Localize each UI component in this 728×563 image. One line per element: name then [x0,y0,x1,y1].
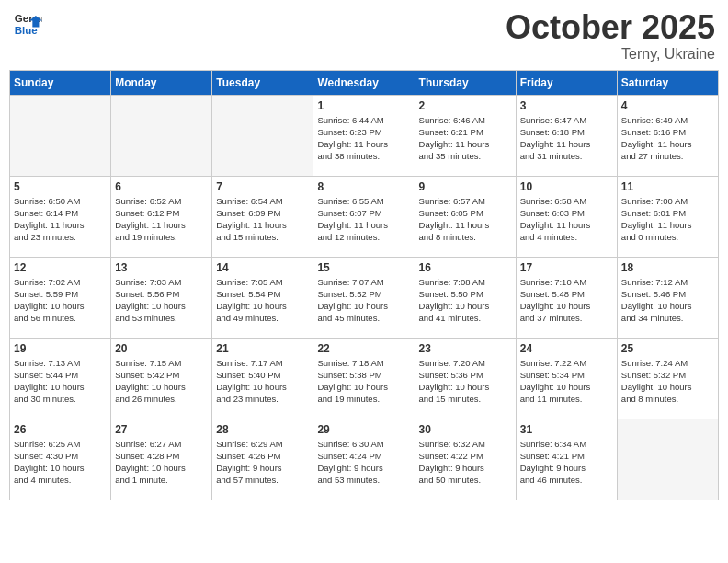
calendar-cell: 11Sunrise: 7:00 AMSunset: 6:01 PMDayligh… [617,176,718,257]
calendar-cell [212,95,313,176]
calendar-cell: 17Sunrise: 7:10 AMSunset: 5:48 PMDayligh… [516,257,617,338]
cell-info: Sunrise: 7:17 AMSunset: 5:40 PMDaylight:… [216,357,309,406]
weekday-header-friday: Friday [516,70,617,95]
day-number: 19 [14,342,107,355]
calendar-cell: 8Sunrise: 6:55 AMSunset: 6:07 PMDaylight… [313,176,415,257]
calendar-cell [111,95,212,176]
day-number: 18 [621,261,714,274]
cell-info: Sunrise: 6:46 AMSunset: 6:21 PMDaylight:… [419,114,512,163]
calendar-cell: 26Sunrise: 6:25 AMSunset: 4:30 PMDayligh… [10,419,111,500]
cell-info: Sunrise: 6:50 AMSunset: 6:14 PMDaylight:… [14,195,107,244]
calendar-cell: 27Sunrise: 6:27 AMSunset: 4:28 PMDayligh… [111,419,212,500]
cell-info: Sunrise: 6:30 AMSunset: 4:24 PMDaylight:… [317,438,410,487]
day-number: 2 [419,99,512,112]
cell-info: Sunrise: 7:22 AMSunset: 5:34 PMDaylight:… [520,357,613,406]
calendar-week-row: 12Sunrise: 7:02 AMSunset: 5:59 PMDayligh… [10,257,719,338]
calendar-cell: 7Sunrise: 6:54 AMSunset: 6:09 PMDaylight… [212,176,313,257]
month-title: October 2025 [506,9,715,46]
day-number: 25 [621,342,714,355]
calendar-cell: 20Sunrise: 7:15 AMSunset: 5:42 PMDayligh… [111,338,212,419]
cell-info: Sunrise: 6:52 AMSunset: 6:12 PMDaylight:… [115,195,208,244]
logo-icon: General Blue [13,9,42,39]
title-block: October 2025 Terny, Ukraine [506,9,715,63]
calendar-cell [617,419,718,500]
cell-info: Sunrise: 6:44 AMSunset: 6:23 PMDaylight:… [317,114,410,163]
logo: General Blue [13,9,42,39]
day-number: 9 [419,180,512,193]
cell-info: Sunrise: 6:29 AMSunset: 4:26 PMDaylight:… [216,438,309,487]
calendar-cell: 19Sunrise: 7:13 AMSunset: 5:44 PMDayligh… [10,338,111,419]
calendar-cell: 15Sunrise: 7:07 AMSunset: 5:52 PMDayligh… [313,257,415,338]
cell-info: Sunrise: 6:25 AMSunset: 4:30 PMDaylight:… [14,438,107,487]
day-number: 8 [317,180,410,193]
calendar-cell: 5Sunrise: 6:50 AMSunset: 6:14 PMDaylight… [10,176,111,257]
day-number: 5 [14,180,107,193]
calendar-week-row: 1Sunrise: 6:44 AMSunset: 6:23 PMDaylight… [10,95,719,176]
weekday-header-tuesday: Tuesday [212,70,313,95]
calendar-cell [10,95,111,176]
calendar-cell: 9Sunrise: 6:57 AMSunset: 6:05 PMDaylight… [415,176,516,257]
day-number: 4 [621,99,714,112]
calendar-cell: 4Sunrise: 6:49 AMSunset: 6:16 PMDaylight… [617,95,718,176]
calendar-cell: 1Sunrise: 6:44 AMSunset: 6:23 PMDaylight… [313,95,415,176]
calendar-cell: 22Sunrise: 7:18 AMSunset: 5:38 PMDayligh… [313,338,415,419]
cell-info: Sunrise: 6:32 AMSunset: 4:22 PMDaylight:… [419,438,512,487]
day-number: 27 [115,423,208,436]
day-number: 23 [419,342,512,355]
day-number: 17 [520,261,613,274]
day-number: 1 [317,99,410,112]
calendar-cell: 18Sunrise: 7:12 AMSunset: 5:46 PMDayligh… [617,257,718,338]
day-number: 30 [419,423,512,436]
calendar-week-row: 19Sunrise: 7:13 AMSunset: 5:44 PMDayligh… [10,338,719,419]
weekday-header-sunday: Sunday [10,70,111,95]
day-number: 15 [317,261,410,274]
cell-info: Sunrise: 7:07 AMSunset: 5:52 PMDaylight:… [317,276,410,325]
calendar-cell: 23Sunrise: 7:20 AMSunset: 5:36 PMDayligh… [415,338,516,419]
day-number: 29 [317,423,410,436]
day-number: 21 [216,342,309,355]
cell-info: Sunrise: 7:02 AMSunset: 5:59 PMDaylight:… [14,276,107,325]
calendar-cell: 28Sunrise: 6:29 AMSunset: 4:26 PMDayligh… [212,419,313,500]
calendar-week-row: 26Sunrise: 6:25 AMSunset: 4:30 PMDayligh… [10,419,719,500]
calendar-cell: 2Sunrise: 6:46 AMSunset: 6:21 PMDaylight… [415,95,516,176]
cell-info: Sunrise: 7:15 AMSunset: 5:42 PMDaylight:… [115,357,208,406]
day-number: 22 [317,342,410,355]
cell-info: Sunrise: 7:20 AMSunset: 5:36 PMDaylight:… [419,357,512,406]
cell-info: Sunrise: 6:27 AMSunset: 4:28 PMDaylight:… [115,438,208,487]
calendar-cell: 29Sunrise: 6:30 AMSunset: 4:24 PMDayligh… [313,419,415,500]
location-subtitle: Terny, Ukraine [506,46,715,63]
day-number: 11 [621,180,714,193]
day-number: 10 [520,180,613,193]
day-number: 28 [216,423,309,436]
calendar-cell: 12Sunrise: 7:02 AMSunset: 5:59 PMDayligh… [10,257,111,338]
calendar-table: SundayMondayTuesdayWednesdayThursdayFrid… [9,70,719,500]
calendar-cell: 31Sunrise: 6:34 AMSunset: 4:21 PMDayligh… [516,419,617,500]
day-number: 20 [115,342,208,355]
calendar-cell: 25Sunrise: 7:24 AMSunset: 5:32 PMDayligh… [617,338,718,419]
day-number: 26 [14,423,107,436]
calendar-cell: 16Sunrise: 7:08 AMSunset: 5:50 PMDayligh… [415,257,516,338]
cell-info: Sunrise: 7:24 AMSunset: 5:32 PMDaylight:… [621,357,714,406]
calendar-cell: 6Sunrise: 6:52 AMSunset: 6:12 PMDaylight… [111,176,212,257]
day-number: 12 [14,261,107,274]
day-number: 31 [520,423,613,436]
calendar-cell: 24Sunrise: 7:22 AMSunset: 5:34 PMDayligh… [516,338,617,419]
calendar-cell: 3Sunrise: 6:47 AMSunset: 6:18 PMDaylight… [516,95,617,176]
calendar-cell: 21Sunrise: 7:17 AMSunset: 5:40 PMDayligh… [212,338,313,419]
weekday-header-thursday: Thursday [415,70,516,95]
weekday-header-row: SundayMondayTuesdayWednesdayThursdayFrid… [10,70,719,95]
cell-info: Sunrise: 7:05 AMSunset: 5:54 PMDaylight:… [216,276,309,325]
calendar-cell: 14Sunrise: 7:05 AMSunset: 5:54 PMDayligh… [212,257,313,338]
cell-info: Sunrise: 6:55 AMSunset: 6:07 PMDaylight:… [317,195,410,244]
cell-info: Sunrise: 7:10 AMSunset: 5:48 PMDaylight:… [520,276,613,325]
calendar-cell: 10Sunrise: 6:58 AMSunset: 6:03 PMDayligh… [516,176,617,257]
day-number: 3 [520,99,613,112]
cell-info: Sunrise: 7:18 AMSunset: 5:38 PMDaylight:… [317,357,410,406]
day-number: 24 [520,342,613,355]
cell-info: Sunrise: 7:13 AMSunset: 5:44 PMDaylight:… [14,357,107,406]
calendar-cell: 30Sunrise: 6:32 AMSunset: 4:22 PMDayligh… [415,419,516,500]
day-number: 16 [419,261,512,274]
cell-info: Sunrise: 6:58 AMSunset: 6:03 PMDaylight:… [520,195,613,244]
day-number: 7 [216,180,309,193]
page-header: General Blue October 2025 Terny, Ukraine [9,9,719,63]
